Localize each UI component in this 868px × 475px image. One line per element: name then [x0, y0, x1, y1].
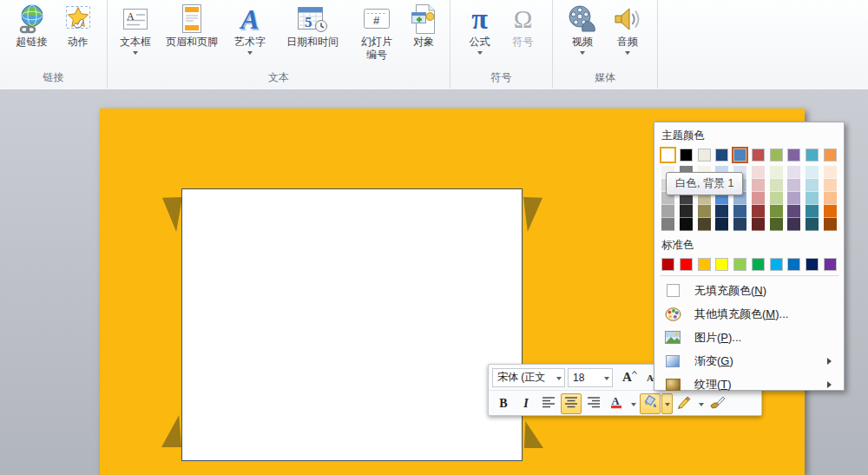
theme-tint-swatch[interactable] — [806, 218, 819, 231]
theme-color-swatch[interactable] — [770, 148, 783, 162]
audio-button[interactable]: 音频 — [605, 2, 650, 56]
theme-color-swatch[interactable] — [661, 148, 674, 162]
theme-color-swatch[interactable] — [680, 148, 693, 162]
theme-color-swatch[interactable] — [787, 148, 800, 162]
gradient-menu-item[interactable]: 渐变(G) — [661, 349, 837, 373]
theme-tint-swatch[interactable] — [806, 166, 819, 179]
standard-color-swatch[interactable] — [787, 258, 800, 271]
theme-tint-swatch[interactable] — [752, 192, 765, 205]
bold-button[interactable]: B — [493, 393, 514, 414]
selected-rectangle-shape[interactable] — [181, 188, 523, 461]
text-box-button[interactable]: A文本框 — [113, 2, 158, 56]
theme-tint-swatch[interactable] — [787, 179, 800, 192]
theme-tint-swatch[interactable] — [752, 205, 765, 218]
shape-fill-button[interactable] — [640, 393, 661, 414]
theme-color-swatch[interactable] — [752, 148, 765, 162]
theme-tint-swatch[interactable] — [787, 205, 800, 218]
theme-tint-swatch[interactable] — [787, 166, 800, 179]
theme-tint-swatch[interactable] — [806, 192, 819, 205]
theme-tint-swatch[interactable] — [715, 205, 728, 218]
theme-color-swatch[interactable] — [698, 148, 711, 162]
font-color-button[interactable]: A — [606, 393, 627, 414]
theme-color-swatch[interactable] — [715, 148, 728, 162]
action-star-button[interactable]: 动作 — [56, 2, 100, 49]
no-fill-menu-item[interactable]: 无填充颜色(N) — [661, 279, 837, 302]
standard-color-swatch[interactable] — [733, 258, 746, 271]
standard-color-swatch[interactable] — [824, 258, 837, 271]
theme-tint-swatch[interactable] — [787, 192, 800, 205]
corner-ribbon-shape[interactable] — [162, 197, 182, 232]
theme-tint-swatch[interactable] — [770, 205, 783, 218]
object-button[interactable]: 对象 — [403, 2, 444, 49]
font-color-dropdown[interactable] — [628, 393, 639, 414]
theme-color-swatch[interactable] — [733, 148, 746, 162]
ribbon-button-label: 编号 — [366, 49, 387, 62]
ribbon-button-label: 页眉和页脚 — [166, 36, 218, 49]
theme-tint-swatch[interactable] — [680, 218, 693, 231]
theme-tint-swatch[interactable] — [752, 179, 765, 192]
align-right-button[interactable] — [583, 393, 604, 414]
standard-color-swatch[interactable] — [752, 258, 765, 271]
theme-tint-swatch[interactable] — [806, 179, 819, 192]
more-colors-menu-item[interactable]: 其他填充颜色(M)... — [661, 302, 837, 326]
theme-tint-swatch[interactable] — [698, 205, 711, 218]
shape-outline-dropdown[interactable] — [695, 393, 707, 414]
standard-color-swatch[interactable] — [661, 258, 674, 271]
theme-tint-swatch[interactable] — [806, 205, 819, 218]
theme-tint-swatch[interactable] — [680, 205, 693, 218]
theme-tint-swatch[interactable] — [752, 166, 765, 179]
format-painter-button[interactable] — [707, 393, 728, 414]
date-time-button[interactable]: 5日期和时间 — [274, 2, 351, 49]
corner-ribbon-shape[interactable] — [523, 197, 542, 232]
wordart-button[interactable]: A艺术字 — [226, 2, 274, 56]
theme-tint-swatch[interactable] — [752, 218, 765, 231]
theme-tint-swatch[interactable] — [824, 166, 837, 179]
theme-tint-swatch[interactable] — [824, 205, 837, 218]
theme-color-swatch[interactable] — [824, 148, 837, 162]
ribbon-group-items: 视频音频 — [553, 0, 657, 56]
ribbon-group-items: A文本框页眉和页脚A艺术字5日期和时间#幻灯片编号对象 — [108, 0, 450, 63]
align-left-button[interactable] — [538, 393, 559, 414]
italic-button[interactable]: I — [516, 393, 536, 414]
powerpoint-window: 超链接动作链接A文本框页眉和页脚A艺术字5日期和时间#幻灯片编号对象文本π公式Ω… — [0, 0, 868, 475]
theme-tint-swatch[interactable] — [770, 218, 783, 231]
omega-symbol-button[interactable]: Ω符号 — [502, 2, 545, 49]
standard-color-swatch[interactable] — [698, 258, 711, 271]
theme-tint-column — [770, 166, 783, 231]
shape-outline-button[interactable] — [674, 393, 694, 414]
picture-menu-item[interactable]: 图片(P)... — [661, 326, 837, 349]
slide-number-button[interactable]: #幻灯片编号 — [351, 2, 403, 63]
video-button[interactable]: 视频 — [560, 2, 605, 56]
equation-button[interactable]: π公式 — [458, 2, 502, 56]
theme-tint-swatch[interactable] — [733, 205, 746, 218]
theme-tint-swatch[interactable] — [824, 218, 837, 231]
theme-tint-swatch[interactable] — [770, 166, 783, 179]
theme-tint-swatch[interactable] — [824, 192, 837, 205]
standard-color-swatch[interactable] — [680, 258, 693, 271]
align-center-button[interactable] — [561, 393, 582, 414]
theme-tint-swatch[interactable] — [698, 218, 711, 231]
font-name-combo[interactable]: 宋体 (正文 — [492, 368, 565, 387]
corner-ribbon-shape[interactable] — [524, 421, 543, 448]
header-footer-button[interactable]: 页眉和页脚 — [158, 2, 226, 49]
theme-tint-swatch[interactable] — [787, 218, 800, 231]
standard-color-swatch[interactable] — [770, 258, 783, 271]
theme-tint-swatch[interactable] — [770, 179, 783, 192]
texture-menu-item[interactable]: 纹理(T) — [661, 373, 837, 396]
hyperlink-globe-button[interactable]: 超链接 — [8, 2, 56, 49]
grow-font-button[interactable]: A — [619, 367, 640, 388]
theme-tint-swatch[interactable] — [715, 218, 728, 231]
theme-tint-swatch[interactable] — [824, 179, 837, 192]
theme-tint-swatch[interactable] — [661, 205, 674, 218]
corner-ribbon-shape[interactable] — [161, 415, 181, 447]
theme-color-swatch[interactable] — [806, 148, 819, 162]
theme-tint-swatch[interactable] — [733, 218, 746, 231]
theme-tint-swatch[interactable] — [661, 218, 674, 231]
shape-fill-dropdown[interactable] — [661, 393, 673, 414]
font-size-combo[interactable]: 18 — [568, 368, 613, 387]
color-tooltip-text: 白色, 背景 1 — [675, 177, 733, 189]
standard-color-swatch[interactable] — [806, 258, 819, 271]
chevron-down-icon — [556, 377, 562, 380]
standard-color-swatch[interactable] — [715, 258, 728, 271]
theme-tint-swatch[interactable] — [770, 192, 783, 205]
